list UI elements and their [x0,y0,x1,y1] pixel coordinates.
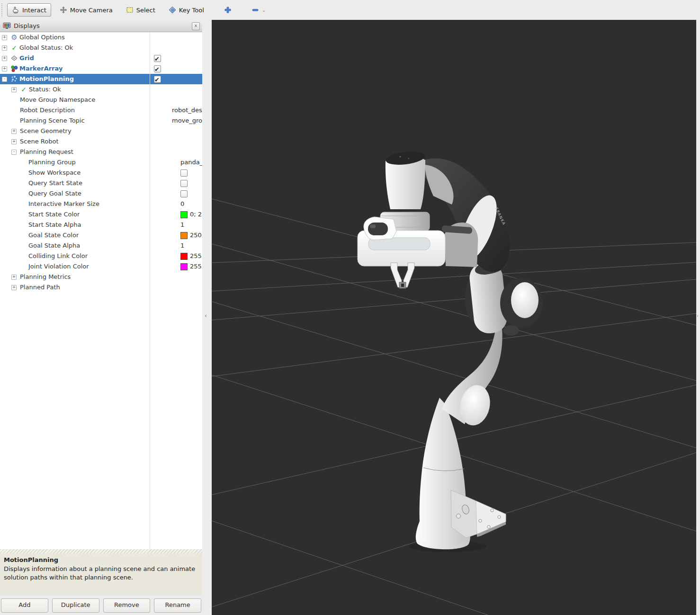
tool-select[interactable]: Select [121,3,160,17]
tree-row[interactable]: +Planned Path [0,282,202,293]
3d-viewport[interactable]: FRANKA [212,20,696,615]
tree-row[interactable]: +✓Status: Ok [0,84,202,95]
add-display-button[interactable]: Add [1,598,48,613]
tree-row-name: +MarkerArray [0,63,152,74]
value-text[interactable]: 250; 128; 0 [190,230,202,241]
row-checkbox[interactable] [180,190,188,197]
tree-row[interactable]: Start State Color0; 255; 0 [0,209,202,220]
add-tool-button[interactable] [219,3,236,17]
row-checkbox[interactable] [154,76,161,83]
expand-icon[interactable]: + [2,45,7,51]
expand-icon[interactable]: + [11,129,17,134]
tree-row-name: +✓Global Status: Ok [0,43,152,53]
right-panel-strip[interactable]: › [696,20,700,615]
tree-row-value: 0; 255; 0 [178,209,202,220]
tree-row-name: +Grid [0,53,152,63]
tool-key-tool[interactable]: Key Tool [164,3,209,17]
expand-right-icon[interactable]: › [697,313,699,318]
collapse-icon[interactable]: - [11,150,17,155]
tool-move-camera[interactable]: Move Camera [55,3,117,17]
tree-row[interactable]: +MarkerArray [0,63,202,74]
tree-row[interactable]: +⚙Global Options [0,32,202,43]
grid-line [212,279,696,320]
tree-row-label: Global Options [19,32,65,43]
value-text[interactable]: 1 [180,220,184,230]
color-swatch[interactable] [180,263,188,270]
value-text[interactable]: 255; 0; 0 [190,251,202,261]
tree-row[interactable]: Goal State Color250; 128; 0 [0,230,202,241]
color-swatch[interactable] [180,253,188,260]
tree-row[interactable]: +Grid [0,53,202,63]
row-checkbox[interactable] [154,55,161,62]
displays-panel-header[interactable]: Displays x [0,20,202,32]
gear-icon: ⚙ [10,34,18,41]
tree-row[interactable]: Colliding Link Color255; 0; 0 [0,251,202,261]
row-checkbox[interactable] [180,169,188,177]
toolbar-drag-handle[interactable] [1,3,3,17]
tree-row[interactable]: Joint Violation Color255; 0; 255 [0,261,202,272]
tree-row[interactable]: Move Group Namespace [0,95,202,105]
tree-row[interactable]: +Scene Robot [0,136,202,147]
tree-row-value [161,126,202,136]
tree-row-label: Status: Ok [29,84,61,95]
tree-row[interactable]: Start State Alpha1 [0,220,202,230]
tree-row-name: Query Start State [0,178,178,188]
value-text[interactable]: 0; 255; 0 [190,209,202,220]
remove-display-button[interactable]: Remove [103,598,151,613]
expand-icon[interactable]: + [11,275,17,280]
remove-tool-button[interactable]: ⌄ [247,3,270,17]
expand-icon[interactable]: + [11,87,17,92]
collapse-icon[interactable]: - [2,77,7,82]
value-text[interactable]: robot_descrip… [172,105,202,116]
panel-splitter[interactable]: ‹ [202,20,212,615]
tree-row[interactable]: -Planning Request [0,147,202,157]
rename-display-button[interactable]: Rename [154,598,201,613]
expand-icon[interactable]: + [2,66,7,71]
tree-row[interactable]: Planning Scene Topicmove_group/… [0,116,202,126]
tree-row-value [178,168,202,178]
tree-row[interactable]: +✓Global Status: Ok [0,43,202,53]
value-text[interactable]: 255; 0; 255 [190,261,202,272]
expand-icon[interactable]: + [2,35,7,40]
close-icon[interactable]: x [192,22,200,30]
tree-row-value [161,272,202,282]
tree-row[interactable]: Robot Descriptionrobot_descrip… [0,105,202,116]
tree-row-label: Query Start State [28,178,82,188]
duplicate-display-button[interactable]: Duplicate [52,598,99,613]
chevron-down-icon: ⌄ [262,8,266,13]
tree-row[interactable]: Show Workspace [0,168,202,178]
tree-row-value: 1 [178,220,202,230]
tree-row-name: Goal State Alpha [0,241,178,251]
expand-icon[interactable]: + [11,139,17,144]
tree-row[interactable]: +Planning Metrics [0,272,202,282]
value-text[interactable]: move_group/… [172,116,202,126]
row-checkbox[interactable] [154,65,161,72]
tool-interact[interactable]: Interact [7,3,51,17]
expand-icon[interactable]: + [2,56,7,61]
row-checkbox[interactable] [180,180,188,187]
tree-row[interactable]: Interactive Marker Size0 [0,199,202,209]
color-swatch[interactable] [180,211,188,218]
tree-row-name: Show Workspace [0,168,178,178]
tree-row-value [152,74,202,84]
3d-viewport-canvas[interactable]: FRANKA [212,20,696,615]
color-swatch[interactable] [180,232,188,239]
check-icon: ✓ [20,86,27,93]
tree-column-divider[interactable] [150,32,150,549]
value-text[interactable]: panda_arm [180,157,202,168]
tree-row[interactable]: Planning Grouppanda_arm [0,157,202,168]
tree-row-value [152,53,202,63]
tree-row-value [152,43,202,53]
tree-row[interactable]: Goal State Alpha1 [0,241,202,251]
value-text[interactable]: 0 [180,199,184,209]
tree-row-name: Interactive Marker Size [0,199,178,209]
value-text[interactable]: 1 [180,241,184,251]
expand-icon[interactable]: + [11,285,17,290]
tree-row[interactable]: Query Start State [0,178,202,188]
tree-row[interactable]: Query Goal State [0,188,202,199]
collapse-left-icon[interactable]: ‹ [205,312,207,319]
tree-row[interactable]: +Scene Geometry [0,126,202,136]
tree-row-name: +⚙Global Options [0,32,152,43]
markers-icon [10,65,18,72]
tree-row[interactable]: -MotionPlanning [0,74,202,84]
